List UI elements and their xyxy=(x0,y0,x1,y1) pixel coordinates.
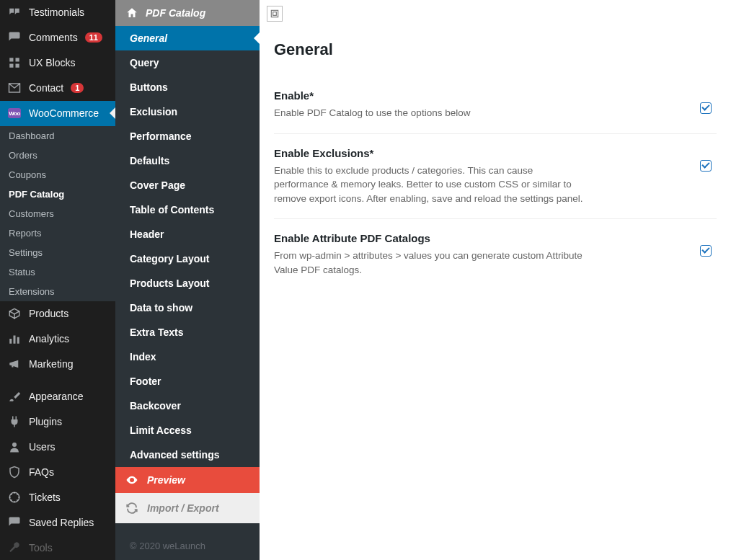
sidebar-item-woocommerce[interactable]: Woo WooCommerce xyxy=(0,101,115,126)
settings-tab-exclusion[interactable]: Exclusion xyxy=(115,99,260,124)
sidebar-item-contact[interactable]: Contact 1 xyxy=(0,76,115,101)
settings-tab-limitaccess[interactable]: Limit Access xyxy=(115,418,260,443)
sidebar-item-comments[interactable]: Comments 11 xyxy=(0,25,115,50)
quote-icon xyxy=(7,5,22,19)
field-label: Enable Attribute PDF Catalogs xyxy=(274,232,584,244)
svg-rect-6 xyxy=(17,337,19,344)
settings-sidebar-title: PDF Catalog xyxy=(146,7,205,19)
sidebar-item-appearance[interactable]: Appearance xyxy=(0,383,115,409)
settings-tab-label: Preview xyxy=(147,474,185,486)
sidebar-sub-reports[interactable]: Reports xyxy=(0,223,115,243)
field-enable-exclusions: Enable Exclusions* Enable this to exclud… xyxy=(274,134,717,220)
brush-icon xyxy=(7,389,22,404)
sidebar-item-label: Appearance xyxy=(29,391,84,402)
bars-icon xyxy=(7,332,22,346)
woocommerce-icon: Woo xyxy=(7,106,22,120)
settings-tab-extratexts[interactable]: Extra Texts xyxy=(115,320,260,345)
enable-attribute-catalogs-checkbox[interactable] xyxy=(700,245,712,257)
svg-rect-10 xyxy=(273,12,277,16)
settings-tab-advanced[interactable]: Advanced settings xyxy=(115,443,260,467)
sidebar-sub-customers[interactable]: Customers xyxy=(0,204,115,223)
svg-rect-3 xyxy=(16,64,19,68)
sidebar-sub-extensions[interactable]: Extensions xyxy=(0,282,115,301)
sidebar-item-products[interactable]: Products xyxy=(0,301,115,326)
eye-icon xyxy=(125,474,138,486)
grid-icon xyxy=(7,55,22,70)
field-label: Enable Exclusions* xyxy=(274,147,584,159)
sidebar-item-plugins[interactable]: Plugins xyxy=(0,409,115,434)
sidebar-item-label: UX Blocks xyxy=(29,57,76,68)
contact-count-badge: 1 xyxy=(71,83,84,93)
sidebar-item-marketing[interactable]: Marketing xyxy=(0,352,115,377)
settings-tab-toc[interactable]: Table of Contents xyxy=(115,197,260,222)
sidebar-item-label: Saved Replies xyxy=(29,517,94,528)
settings-tab-footer[interactable]: Footer xyxy=(115,369,260,394)
sidebar-item-tools[interactable]: Tools xyxy=(0,535,115,560)
sidebar-item-savedreplies[interactable]: Saved Replies xyxy=(0,510,115,535)
settings-tab-datashow[interactable]: Data to show xyxy=(115,295,260,320)
settings-tab-header[interactable]: Header xyxy=(115,222,260,246)
svg-rect-5 xyxy=(14,336,16,344)
sidebar-sub-pdfcatalog[interactable]: PDF Catalog xyxy=(0,185,115,204)
help-icon xyxy=(7,465,22,479)
refresh-icon xyxy=(125,502,138,515)
settings-tab-categorylayout[interactable]: Category Layout xyxy=(115,246,260,271)
settings-tab-index[interactable]: Index xyxy=(115,345,260,369)
field-label: Enable* xyxy=(274,89,584,102)
sidebar-item-label: Marketing xyxy=(29,358,73,370)
reply-icon xyxy=(7,515,22,530)
sidebar-item-label: WooCommerce xyxy=(29,107,99,119)
settings-tab-backcover[interactable]: Backcover xyxy=(115,394,260,418)
megaphone-icon xyxy=(7,357,22,371)
sidebar-sub-orders[interactable]: Orders xyxy=(0,146,115,165)
sidebar-sub-dashboard[interactable]: Dashboard xyxy=(0,126,115,146)
sidebar-item-label: Users xyxy=(29,441,56,453)
svg-point-8 xyxy=(9,492,19,502)
sidebar-item-label: FAQs xyxy=(29,466,54,478)
settings-tab-performance[interactable]: Performance xyxy=(115,124,260,148)
svg-rect-9 xyxy=(271,10,278,17)
sidebar-item-label: Tickets xyxy=(29,492,61,503)
footer-credit: © 2020 weLaunch xyxy=(130,541,205,551)
svg-rect-1 xyxy=(16,58,19,62)
settings-tab-label: Import / Export xyxy=(147,502,219,514)
svg-rect-2 xyxy=(9,64,13,68)
settings-panel: General Enable* Enable PDF Catalog to us… xyxy=(260,0,731,560)
sidebar-sub-status[interactable]: Status xyxy=(0,262,115,282)
field-description: From wp-admin > attributes > values you … xyxy=(274,249,584,277)
settings-tab-defaults[interactable]: Defaults xyxy=(115,148,260,173)
svg-point-7 xyxy=(12,443,17,447)
sidebar-item-label: Products xyxy=(29,308,68,319)
wrench-icon xyxy=(7,541,22,555)
sidebar-item-tickets[interactable]: Tickets xyxy=(0,484,115,510)
expand-options-button[interactable] xyxy=(267,6,283,22)
enable-exclusions-checkbox[interactable] xyxy=(700,160,712,172)
settings-tab-query[interactable]: Query xyxy=(115,50,260,75)
panel-toolbar xyxy=(260,0,731,27)
field-enable-attribute-catalogs: Enable Attribute PDF Catalogs From wp-ad… xyxy=(274,219,717,290)
sidebar-item-label: Testimonials xyxy=(29,6,84,18)
settings-tab-coverpage[interactable]: Cover Page xyxy=(115,173,260,197)
settings-tab-import-export[interactable]: Import / Export xyxy=(115,493,260,523)
sidebar-sub-coupons[interactable]: Coupons xyxy=(0,165,115,185)
sidebar-item-uxblocks[interactable]: UX Blocks xyxy=(0,50,115,76)
settings-sidebar-header: PDF Catalog xyxy=(115,0,260,26)
wp-admin-sidebar: Testimonials Comments 11 UX Blocks Conta… xyxy=(0,0,115,560)
section-title: General xyxy=(274,40,717,59)
user-icon xyxy=(7,440,22,454)
sidebar-item-analytics[interactable]: Analytics xyxy=(0,326,115,352)
sidebar-item-users[interactable]: Users xyxy=(0,434,115,459)
pdfcatalog-settings-sidebar: PDF Catalog General Query Buttons Exclus… xyxy=(115,0,260,560)
enable-checkbox[interactable] xyxy=(700,102,712,114)
settings-tab-productslayout[interactable]: Products Layout xyxy=(115,271,260,295)
sidebar-item-faqs[interactable]: FAQs xyxy=(0,459,115,484)
settings-tab-preview[interactable]: Preview xyxy=(115,467,260,493)
settings-tab-buttons[interactable]: Buttons xyxy=(115,75,260,99)
settings-tab-general[interactable]: General xyxy=(115,26,260,50)
sidebar-item-testimonials[interactable]: Testimonials xyxy=(0,0,115,25)
field-description: Enable PDF Catalog to use the options be… xyxy=(274,106,584,120)
home-icon xyxy=(125,6,138,19)
comment-icon xyxy=(7,30,22,45)
sidebar-item-label: Plugins xyxy=(29,416,62,427)
sidebar-sub-settings[interactable]: Settings xyxy=(0,243,115,262)
